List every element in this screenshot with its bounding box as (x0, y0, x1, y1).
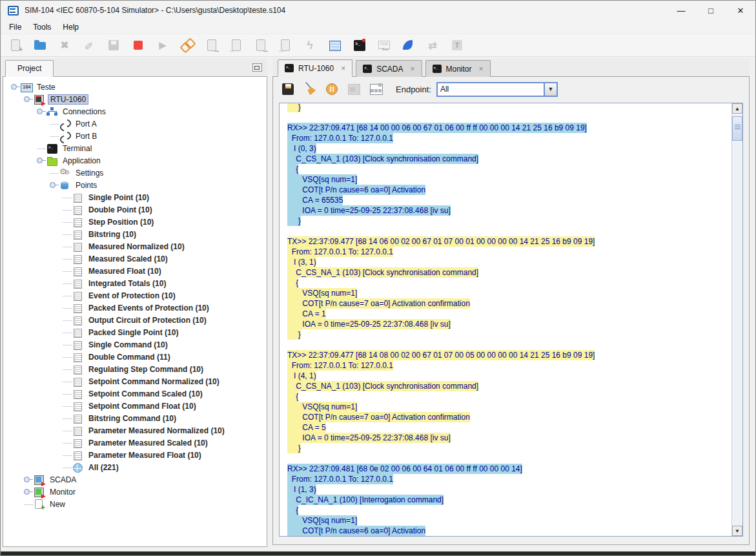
minimize-button[interactable]: — (666, 1, 696, 20)
tree-row[interactable]: Parameter Measured Normalized (10) (3, 424, 267, 437)
pause-log-icon[interactable] (324, 81, 340, 97)
edit-icon[interactable] (82, 38, 96, 52)
tree-row[interactable]: Terminal (3, 142, 267, 154)
menu-item-file[interactable]: File (3, 21, 27, 33)
menu-item-help[interactable]: Help (57, 21, 85, 33)
log-line: VSQ[sq num=1] (287, 515, 357, 526)
tree-row[interactable]: Packed Events of Protection (10) (3, 302, 267, 314)
endpoint-dropdown-button[interactable]: ▼ (544, 83, 557, 96)
tree-row[interactable]: Event of Protection (10) (3, 289, 267, 302)
tree-row[interactable]: Bitstring (10) (3, 228, 267, 240)
tree-row[interactable]: Setpoint Command Normalized (10) (3, 375, 267, 387)
flash-icon[interactable] (303, 38, 317, 52)
tree-expander-icon[interactable] (24, 477, 30, 482)
tree-row[interactable]: Monitor (3, 486, 267, 498)
tree-connector (50, 173, 59, 174)
layout-a-icon[interactable] (346, 81, 362, 97)
tree-row[interactable]: Measured Scaled (10) (3, 252, 267, 265)
menu-item-tools[interactable]: Tools (27, 21, 57, 33)
save-icon[interactable] (107, 38, 121, 52)
doc-forward-icon[interactable] (254, 38, 268, 52)
new-project-icon[interactable] (8, 38, 23, 52)
link-icon[interactable] (180, 38, 194, 52)
tcp-monitor-icon[interactable] (376, 38, 391, 52)
scroll-up-button[interactable]: ▲ (732, 103, 742, 114)
tab-rtu-1060[interactable]: >_RTU-1060× (278, 59, 352, 77)
monitor-toolbar-icons (277, 81, 387, 97)
tree-expander-icon[interactable] (37, 158, 43, 163)
table-icon[interactable] (327, 38, 342, 52)
layout-b-icon[interactable] (368, 81, 383, 97)
log-line: } (287, 329, 301, 340)
clear-log-icon[interactable] (302, 81, 318, 97)
tab-monitor[interactable]: >_Monitor× (425, 60, 491, 77)
tree-connector (63, 394, 72, 395)
collapse-panel-button[interactable] (252, 63, 262, 72)
tree-row[interactable]: Parameter Measured Scaled (10) (3, 437, 267, 449)
export-doc-icon[interactable] (205, 38, 219, 52)
tree-expander-icon[interactable] (50, 182, 56, 188)
tree-row[interactable]: Measured Float (10) (3, 265, 267, 277)
tree-row[interactable]: Output Circuit of Protection (10) (3, 314, 267, 326)
text-tool-icon[interactable] (450, 38, 464, 52)
tree-row[interactable]: Measured Normalized (10) (3, 240, 267, 252)
tab-close-icon[interactable]: × (341, 64, 345, 73)
tree-row[interactable]: Application (3, 154, 267, 167)
save-log-icon[interactable] (280, 81, 296, 97)
tree-connector (63, 198, 72, 198)
tree-row[interactable]: Packed Single Point (10) (3, 326, 267, 338)
tree-expander-icon[interactable] (37, 108, 43, 114)
import-doc-icon[interactable] (229, 38, 243, 52)
log-line: COT[t P/n cause=7 oa=0] Activation confi… (287, 298, 470, 309)
maximize-button[interactable]: □ (696, 1, 726, 20)
sync-icon[interactable] (425, 38, 440, 52)
tree-row[interactable]: Points (3, 179, 267, 191)
close-project-icon[interactable] (57, 38, 72, 52)
tree-expander-icon[interactable] (24, 96, 30, 102)
tree-row[interactable]: Port A (3, 118, 267, 130)
endpoint-combobox[interactable]: All ▼ (436, 82, 558, 97)
tree-row[interactable]: RTU-1060 (3, 93, 267, 105)
close-button[interactable]: ✕ (726, 1, 755, 20)
pointlist-icon (72, 254, 83, 264)
tree-row[interactable]: Settings (3, 167, 267, 179)
tree-row[interactable]: Step Position (10) (3, 216, 267, 228)
tab-scada[interactable]: >_SCADA× (356, 60, 422, 77)
tree-row[interactable]: Single Command (10) (3, 338, 267, 351)
pointlist-icon (72, 303, 83, 313)
tree-row[interactable]: Bitstring Command (10) (3, 412, 267, 424)
tree-row[interactable]: Single Point (10) (3, 191, 267, 203)
tree-row[interactable]: Double Command (11) (3, 351, 267, 363)
tree-row[interactable]: Parameter Measured Float (10) (3, 449, 267, 461)
stop-icon[interactable] (131, 38, 145, 52)
tree-row[interactable]: All (221) (3, 461, 267, 473)
tree-row[interactable]: Regulating Step Command (10) (3, 363, 267, 375)
scrollbar-thumb[interactable] (732, 116, 742, 141)
wireshark-icon[interactable] (401, 38, 415, 52)
traffic-log-content[interactable]: }RX>> 22:37:09.471 [68 14 00 00 06 00 67… (280, 103, 731, 536)
open-project-icon[interactable] (33, 38, 47, 52)
scroll-down-button[interactable]: ▼ (732, 526, 742, 536)
tree-row[interactable]: Setpoint Command Scaled (10) (3, 387, 267, 400)
project-tab[interactable]: Project (5, 60, 54, 77)
project-tree[interactable]: TesteRTU-1060ConnectionsPort APort BTerm… (3, 77, 267, 547)
log-line: } (287, 443, 301, 453)
tree-row[interactable]: Double Point (10) (3, 203, 267, 216)
tree-row[interactable]: Setpoint Command Float (10) (3, 400, 267, 412)
tree-row[interactable]: Integrated Totals (10) (3, 277, 267, 289)
tree-row[interactable]: Connections (3, 105, 267, 118)
terminal-icon (46, 143, 57, 154)
tab-close-icon[interactable]: × (479, 65, 484, 74)
tree-expander-icon[interactable] (11, 84, 17, 90)
tree-row[interactable]: SCADA (3, 473, 267, 486)
doc-back-icon[interactable] (278, 38, 292, 52)
tree-row[interactable]: Port B (3, 130, 267, 142)
start-icon[interactable] (156, 38, 170, 52)
tree-row[interactable]: Teste (3, 81, 267, 93)
terminal-icon[interactable] (352, 38, 366, 52)
vertical-scrollbar[interactable]: ▲ ▼ (731, 103, 742, 536)
tree-row-label: Parameter Measured Float (10) (87, 450, 203, 460)
tree-expander-icon[interactable] (24, 489, 30, 495)
tree-row[interactable]: New (3, 498, 267, 510)
tab-close-icon[interactable]: × (411, 65, 415, 74)
